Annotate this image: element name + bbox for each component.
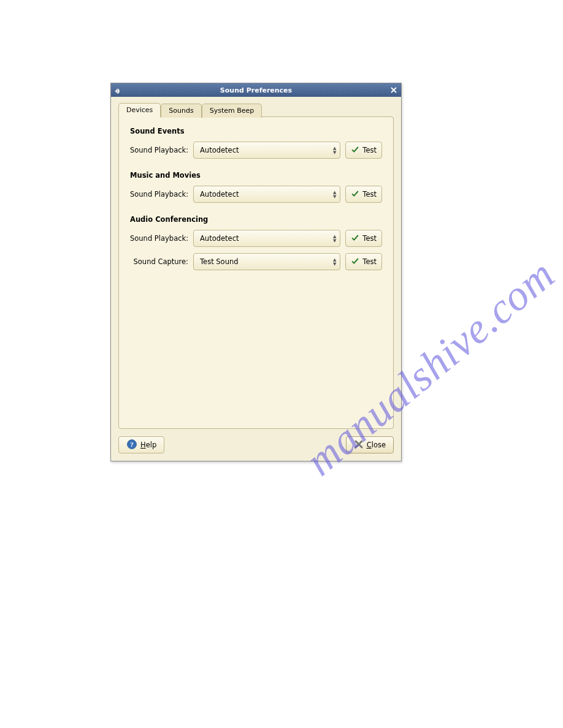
label-music-movies-playback: Sound Playback:	[130, 190, 188, 199]
section-sound-events: Sound Events Sound Playback: Autodetect …	[130, 127, 382, 159]
updown-icon: ▲▼	[333, 258, 336, 266]
close-button-label: Close	[367, 441, 386, 449]
tab-sounds[interactable]: Sounds	[161, 104, 201, 118]
row-audio-conf-playback: Sound Playback: Autodetect ▲▼ Test	[130, 230, 382, 247]
combo-value: Autodetect	[200, 234, 239, 243]
check-icon	[351, 233, 359, 244]
combo-audio-conf-capture[interactable]: Test Sound ▲▼	[193, 253, 340, 270]
section-music-movies: Music and Movies Sound Playback: Autodet…	[130, 171, 382, 203]
check-icon	[351, 257, 359, 267]
combo-music-movies-playback[interactable]: Autodetect ▲▼	[193, 186, 340, 203]
row-audio-conf-capture: Sound Capture: Test Sound ▲▼ Test	[130, 253, 382, 270]
label-audio-conf-playback: Sound Playback:	[130, 234, 188, 243]
test-button-audio-conf-playback[interactable]: Test	[345, 230, 382, 247]
section-header-audio-conferencing: Audio Conferencing	[130, 215, 382, 224]
help-icon: ?	[126, 439, 137, 452]
close-icon	[391, 87, 397, 93]
test-button-sound-events[interactable]: Test	[345, 142, 382, 159]
dialog-footer: ? Help Close	[118, 436, 394, 453]
window-content: Devices Sounds System Beep Sound Events …	[111, 97, 401, 461]
combo-sound-events-playback[interactable]: Autodetect ▲▼	[193, 142, 340, 159]
tab-system-beep[interactable]: System Beep	[202, 104, 262, 118]
section-header-sound-events: Sound Events	[130, 127, 382, 135]
tab-panel-devices: Sound Events Sound Playback: Autodetect …	[118, 116, 394, 429]
row-music-movies-playback: Sound Playback: Autodetect ▲▼ Test	[130, 186, 382, 203]
close-icon	[354, 439, 364, 451]
test-button-label: Test	[362, 146, 377, 154]
section-header-music-movies: Music and Movies	[130, 171, 382, 180]
test-button-label: Test	[362, 234, 377, 243]
updown-icon: ▲▼	[333, 235, 336, 243]
sound-preferences-window: Sound Preferences Devices Sounds System …	[110, 83, 402, 461]
svg-text:?: ?	[130, 441, 134, 448]
check-icon	[351, 189, 359, 200]
combo-value: Autodetect	[200, 190, 239, 199]
test-button-music-movies[interactable]: Test	[345, 186, 382, 203]
label-sound-events-playback: Sound Playback:	[130, 146, 188, 154]
window-title: Sound Preferences	[111, 86, 401, 94]
window-close-button[interactable]	[389, 85, 399, 95]
section-audio-conferencing: Audio Conferencing Sound Playback: Autod…	[130, 215, 382, 270]
help-button-label: Help	[140, 441, 156, 449]
label-audio-conf-capture: Sound Capture:	[130, 257, 188, 266]
test-button-label: Test	[362, 190, 377, 199]
close-button[interactable]: Close	[346, 436, 394, 453]
help-button[interactable]: ? Help	[118, 436, 164, 453]
updown-icon: ▲▼	[333, 146, 336, 154]
updown-icon: ▲▼	[333, 191, 336, 199]
row-sound-events-playback: Sound Playback: Autodetect ▲▼ Test	[130, 142, 382, 159]
test-button-label: Test	[362, 257, 377, 266]
check-icon	[351, 145, 359, 156]
tab-devices[interactable]: Devices	[118, 103, 161, 117]
combo-audio-conf-playback[interactable]: Autodetect ▲▼	[193, 230, 340, 247]
combo-value: Test Sound	[200, 257, 239, 266]
titlebar[interactable]: Sound Preferences	[111, 83, 401, 97]
combo-value: Autodetect	[200, 146, 239, 154]
tab-bar: Devices Sounds System Beep	[118, 103, 394, 117]
test-button-audio-conf-capture[interactable]: Test	[345, 253, 382, 270]
